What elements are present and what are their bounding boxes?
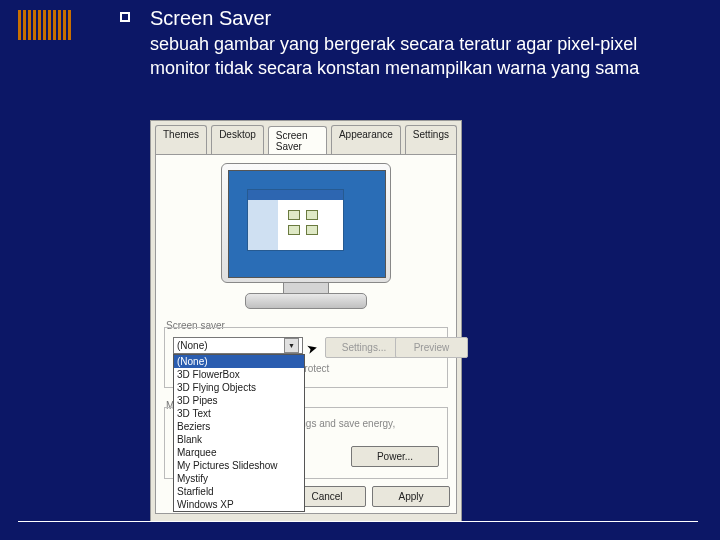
dropdown-item[interactable]: Mystify — [174, 472, 304, 485]
tab-panel: Screen saver (None) ▼ ➤ Settings... Prev… — [155, 154, 457, 514]
cursor-icon: ➤ — [305, 340, 320, 357]
slide-title: Screen Saver — [150, 7, 271, 30]
dropdown-item[interactable]: Starfield — [174, 485, 304, 498]
dropdown-item[interactable]: Marquee — [174, 446, 304, 459]
tab-strip: Themes Desktop Screen Saver Appearance S… — [151, 121, 461, 154]
dropdown-item[interactable]: 3D Flying Objects — [174, 381, 304, 394]
monitor-preview — [206, 163, 406, 309]
dropdown-item[interactable]: (None) — [174, 355, 304, 368]
tab-screen-saver[interactable]: Screen Saver — [268, 126, 327, 155]
screensaver-dropdown[interactable]: (None) 3D FlowerBox 3D Flying Objects 3D… — [173, 354, 305, 512]
screensaver-group: (None) ▼ ➤ Settings... Preview Wait: On … — [164, 327, 448, 388]
screenshot-dialog: Themes Desktop Screen Saver Appearance S… — [150, 120, 462, 522]
dropdown-item[interactable]: My Pictures Slideshow — [174, 459, 304, 472]
apply-button[interactable]: Apply — [372, 486, 450, 507]
divider — [18, 521, 698, 522]
chevron-down-icon: ▼ — [284, 338, 299, 353]
tab-desktop[interactable]: Desktop — [211, 125, 264, 154]
mini-window-icon — [247, 189, 344, 251]
combo-value: (None) — [177, 340, 208, 351]
preview-button[interactable]: Preview — [395, 337, 468, 358]
dropdown-item[interactable]: 3D FlowerBox — [174, 368, 304, 381]
dropdown-item[interactable]: Windows XP — [174, 498, 304, 511]
tab-appearance[interactable]: Appearance — [331, 125, 401, 154]
bullet-icon — [120, 12, 130, 22]
tab-settings[interactable]: Settings — [405, 125, 457, 154]
dropdown-item[interactable]: 3D Text — [174, 407, 304, 420]
settings-button[interactable]: Settings... — [325, 337, 403, 358]
dropdown-item[interactable]: 3D Pipes — [174, 394, 304, 407]
slide-description: sebuah gambar yang bergerak secara terat… — [150, 32, 650, 81]
screensaver-combo[interactable]: (None) ▼ — [173, 337, 303, 354]
slide-decoration — [18, 10, 71, 40]
dropdown-item[interactable]: Blank — [174, 433, 304, 446]
power-button[interactable]: Power... — [351, 446, 439, 467]
tab-themes[interactable]: Themes — [155, 125, 207, 154]
dropdown-item[interactable]: Beziers — [174, 420, 304, 433]
